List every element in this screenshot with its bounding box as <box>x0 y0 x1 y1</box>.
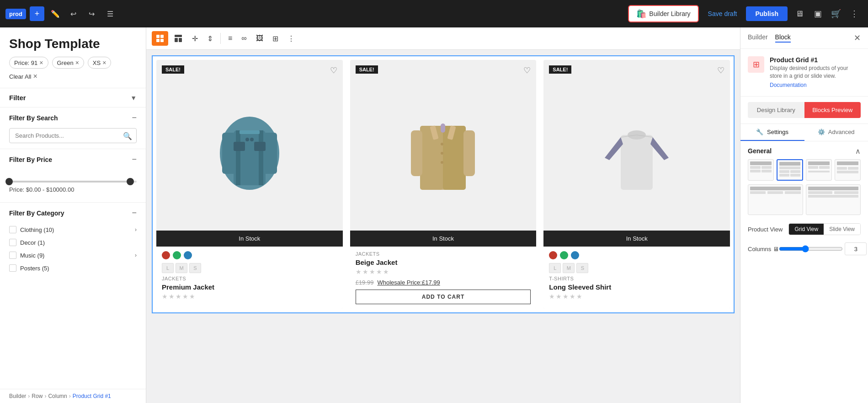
toolbar-image-button[interactable]: 🖼 <box>252 32 267 45</box>
block-doc-link[interactable]: Documentation <box>770 82 807 88</box>
split-view-button[interactable]: ▣ <box>809 5 826 22</box>
bag-icon: 🛍️ <box>636 9 646 19</box>
publish-button[interactable]: Publish <box>746 6 788 21</box>
filter-tag-green-remove[interactable]: × <box>75 59 79 66</box>
category-checkbox-decor[interactable] <box>9 239 16 246</box>
filter-by-category-toggle[interactable]: − <box>132 208 137 218</box>
wishlist-button-2[interactable]: ♡ <box>717 65 724 75</box>
svg-rect-25 <box>441 124 445 133</box>
filter-tag-price[interactable]: Price: 91 × <box>9 57 48 69</box>
canvas-content: SALE! ♡ In Stock <box>146 50 740 403</box>
columns-slider[interactable] <box>779 245 843 253</box>
filter-by-price-header[interactable]: Filter By Price − <box>0 149 146 170</box>
toolbar-table-button[interactable]: ⊞ <box>269 32 282 46</box>
toolbar-align-button[interactable]: ≡ <box>224 32 236 45</box>
size-swatch-l-2[interactable]: L <box>549 263 561 273</box>
settings-tab-advanced[interactable]: ⚙️ Advanced <box>804 124 868 141</box>
breadcrumb-column[interactable]: Column <box>48 393 67 399</box>
blocks-preview-button[interactable]: Blocks Preview <box>804 102 861 118</box>
size-swatch-m-2[interactable]: M <box>563 263 575 273</box>
builder-library-button[interactable]: 🛍️ Builder Library <box>628 5 698 22</box>
filter-by-search-toggle[interactable]: − <box>132 113 137 123</box>
svg-rect-1 <box>160 35 164 38</box>
breadcrumb-row[interactable]: Row <box>32 393 43 399</box>
price-slider-thumb-right[interactable] <box>127 178 134 185</box>
breadcrumb-builder[interactable]: Builder <box>9 393 26 399</box>
more-options-button[interactable]: ⋮ <box>846 5 863 22</box>
general-section-collapse-button[interactable]: ∧ <box>855 147 861 156</box>
layout-option-6[interactable] <box>806 184 861 215</box>
layout-option-1[interactable] <box>748 159 774 181</box>
edit-icon-button[interactable]: ✏️ <box>48 6 63 21</box>
category-item-posters[interactable]: Posters (5) <box>9 262 137 274</box>
size-swatch-s-2[interactable]: S <box>576 263 588 273</box>
category-checkbox-music[interactable] <box>9 252 16 259</box>
layout-option-5[interactable] <box>748 184 803 215</box>
undo-button[interactable]: ↩ <box>66 6 81 21</box>
toolbar-more-button[interactable]: ⋮ <box>284 32 298 46</box>
color-swatch-blue-0[interactable] <box>184 251 192 259</box>
category-checkbox-posters[interactable] <box>9 264 16 272</box>
price-slider-thumb-left[interactable] <box>5 178 13 185</box>
size-swatch-s-0[interactable]: S <box>189 263 201 273</box>
filter-tag-xs[interactable]: XS × <box>88 57 112 69</box>
color-swatch-green-2[interactable] <box>560 251 568 259</box>
category-label-clothing: Clothing (10) <box>20 226 131 233</box>
design-library-button[interactable]: Design Library <box>748 102 804 118</box>
color-swatch-red-2[interactable] <box>549 251 557 259</box>
toolbar-link-button[interactable]: ∞ <box>238 32 250 45</box>
filter-tag-green[interactable]: Green × <box>52 57 84 69</box>
toolbar-grid-icon-button[interactable] <box>152 31 168 46</box>
add-block-button[interactable]: + <box>30 6 44 21</box>
panel-close-button[interactable]: ✕ <box>854 33 861 43</box>
menu-button[interactable]: ☰ <box>103 6 117 21</box>
settings-tab-settings[interactable]: 🔧 Settings <box>740 124 804 141</box>
grid-view-button[interactable]: Grid View <box>789 224 824 235</box>
filter-by-price-toggle[interactable]: − <box>132 155 137 164</box>
size-swatch-m-0[interactable]: M <box>176 263 187 273</box>
clear-all-button[interactable]: Clear All <box>9 73 31 80</box>
tab-builder[interactable]: Builder <box>748 33 768 43</box>
category-item-decor[interactable]: Decor (1) <box>9 236 137 249</box>
category-item-clothing[interactable]: Clothing (10) › <box>9 223 137 236</box>
cart-icon-button[interactable]: 🛒 <box>828 5 844 22</box>
price-range-text: Price: $0.00 - $10000.00 <box>9 186 137 193</box>
block-details: Product Grid #1 Display desired products… <box>770 56 861 89</box>
add-to-cart-button-1[interactable]: ADD TO CART <box>356 290 531 304</box>
slide-view-button[interactable]: Slide View <box>824 224 860 235</box>
view-toggle: Design Library Blocks Preview <box>740 97 868 124</box>
save-draft-button[interactable]: Save draft <box>703 7 743 20</box>
filter-by-category-header[interactable]: Filter By Category − <box>0 203 146 223</box>
search-wrapper: 🔍 <box>9 128 137 143</box>
color-swatch-green-0[interactable] <box>173 251 181 259</box>
columns-input-wrapper: 3 ▲ ▼ <box>779 242 868 255</box>
layout-option-3[interactable] <box>806 159 832 181</box>
filter-tag-price-remove[interactable]: × <box>39 59 43 66</box>
svg-rect-14 <box>222 133 236 174</box>
search-input[interactable] <box>9 128 137 143</box>
desktop-icon: 🖥 <box>773 246 779 253</box>
color-swatch-blue-2[interactable] <box>571 251 579 259</box>
filter-tag-xs-remove[interactable]: × <box>102 59 106 66</box>
gear-icon: ⚙️ <box>818 129 825 135</box>
breadcrumb-product-grid[interactable]: Product Grid #1 <box>73 393 111 399</box>
tab-block[interactable]: Block <box>775 33 791 43</box>
sale-badge-0: SALE! <box>162 65 184 74</box>
layout-option-4[interactable] <box>835 159 861 181</box>
color-swatch-red-0[interactable] <box>162 251 170 259</box>
category-item-music[interactable]: Music (9) › <box>9 249 137 262</box>
category-checkbox-clothing[interactable] <box>9 226 16 233</box>
wishlist-button-0[interactable]: ♡ <box>330 65 337 75</box>
layout-option-2[interactable] <box>777 159 803 181</box>
toolbar-layout-icon-button[interactable] <box>170 31 186 46</box>
redo-button[interactable]: ↪ <box>85 6 99 21</box>
wishlist-button-1[interactable]: ♡ <box>523 65 531 75</box>
desktop-view-button[interactable]: 🖥 <box>791 5 808 22</box>
filter-by-category-content: Clothing (10) › Decor (1) Music (9) › Po… <box>0 223 146 280</box>
toolbar-move-icon-button[interactable]: ✛ <box>188 32 202 46</box>
size-swatch-l-0[interactable]: L <box>162 263 174 273</box>
filter-by-search-title: Filter By Search <box>9 114 58 122</box>
toolbar-up-down-button[interactable]: ⇕ <box>203 32 217 46</box>
clear-all-x-icon[interactable]: × <box>33 72 37 81</box>
filter-by-search-header[interactable]: Filter By Search − <box>0 107 146 128</box>
